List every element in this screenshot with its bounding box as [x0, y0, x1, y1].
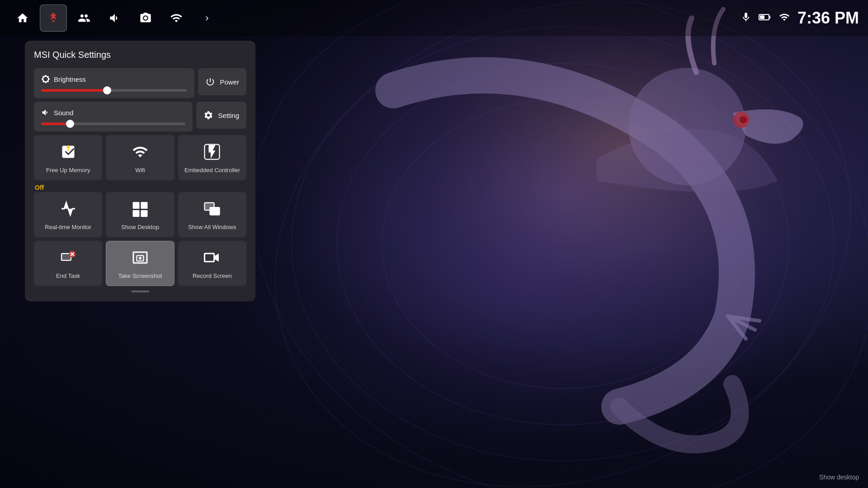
wifi-icon [778, 12, 790, 24]
svg-point-9 [740, 116, 747, 123]
taskbar-monitor-icon[interactable] [163, 5, 190, 32]
show-desktop-label: Show Desktop [121, 224, 159, 230]
clock: 7:36 PM [797, 9, 859, 28]
free-up-memory-icon [60, 144, 76, 163]
brightness-control: Brightness [34, 68, 194, 98]
grid-row-2: Real-time Monitor Show Desktop [34, 192, 246, 237]
taskbar-sound-icon[interactable] [101, 5, 128, 32]
sound-icon [41, 108, 50, 117]
setting-button[interactable]: Setting [196, 102, 246, 129]
svg-rect-12 [760, 15, 764, 19]
record-screen-label: Record Screen [193, 272, 232, 279]
svg-rect-15 [141, 202, 147, 209]
brightness-slider-thumb[interactable] [103, 86, 111, 94]
battery-icon [759, 12, 771, 24]
realtime-monitor-icon [60, 201, 76, 220]
sound-slider-track[interactable] [41, 122, 185, 125]
off-label: Off [34, 184, 246, 192]
show-desktop-corner[interactable]: Show desktop [819, 474, 859, 481]
taskbar-msi-icon[interactable] [40, 5, 67, 32]
panel-title: MSI Quick Settings [34, 50, 246, 60]
svg-rect-20 [210, 207, 220, 215]
panel-indicator [34, 291, 246, 292]
power-icon [205, 77, 215, 87]
taskbar-right: 7:36 PM [741, 9, 859, 28]
sound-slider-thumb[interactable] [66, 120, 74, 128]
svg-rect-11 [769, 16, 770, 19]
record-screen-icon [204, 249, 220, 269]
brightness-slider-track[interactable] [41, 89, 187, 92]
microphone-icon [741, 12, 751, 24]
realtime-monitor-button[interactable]: Real-time Monitor [34, 192, 102, 237]
grid-row-1: Free Up Memory Wifi Embedded Controller [34, 135, 246, 180]
embedded-controller-label: Embedded Controller [184, 167, 240, 174]
power-button[interactable]: Power [198, 68, 246, 95]
wifi-label: Wifi [135, 167, 145, 174]
take-screenshot-icon [132, 249, 148, 269]
sound-row: Sound Setting [34, 102, 246, 131]
brightness-row: Brightness Power [34, 68, 246, 98]
dragon-illustration [258, 0, 868, 488]
brightness-slider-fill [41, 89, 107, 92]
panel-dot [131, 291, 149, 292]
grid-row-2-container: Off Real-time Monitor [34, 184, 246, 237]
brightness-text: Brightness [54, 75, 86, 83]
show-all-windows-icon [204, 201, 220, 220]
taskbar: › 7:36 PM [0, 0, 868, 36]
free-up-memory-label: Free Up Memory [46, 167, 90, 174]
brightness-label: Brightness [41, 75, 187, 84]
msi-quick-settings-panel: MSI Quick Settings Brightness Power [25, 41, 255, 301]
svg-rect-26 [205, 253, 214, 262]
taskbar-home-icon[interactable] [9, 5, 36, 32]
realtime-monitor-label: Real-time Monitor [45, 224, 91, 230]
embedded-controller-icon [204, 144, 220, 163]
taskbar-more-icon[interactable]: › [193, 5, 221, 32]
svg-rect-14 [132, 202, 139, 209]
svg-rect-16 [132, 210, 139, 217]
taskbar-user-icon[interactable] [71, 5, 98, 32]
show-all-windows-button[interactable]: Show All Windows [178, 192, 246, 237]
taskbar-left: › [9, 5, 221, 32]
show-all-windows-label: Show All Windows [188, 224, 236, 230]
record-screen-button[interactable]: Record Screen [178, 241, 246, 286]
take-screenshot-label: Take Screenshot [118, 272, 162, 279]
show-desktop-button[interactable]: Show Desktop [106, 192, 174, 237]
end-task-icon [60, 249, 76, 269]
setting-icon [203, 110, 213, 120]
wifi-button-icon [132, 144, 148, 163]
take-screenshot-button[interactable]: Take Screenshot [106, 241, 174, 286]
brightness-icon [41, 75, 50, 84]
power-label: Power [220, 78, 239, 86]
grid-row-3: End Task Take Screenshot Record Screen [34, 241, 246, 286]
free-up-memory-button[interactable]: Free Up Memory [34, 135, 102, 180]
sound-text: Sound [54, 109, 73, 117]
embedded-controller-button[interactable]: Embedded Controller [178, 135, 246, 180]
taskbar-camera-icon[interactable] [132, 5, 159, 32]
setting-label: Setting [218, 112, 239, 119]
sound-control: Sound [34, 102, 193, 131]
show-desktop-icon [132, 201, 148, 220]
svg-rect-17 [141, 210, 147, 217]
wifi-button[interactable]: Wifi [106, 135, 174, 180]
sound-label-row: Sound [41, 108, 185, 117]
end-task-label: End Task [56, 272, 80, 279]
svg-point-25 [139, 257, 142, 260]
end-task-button[interactable]: End Task [34, 241, 102, 286]
